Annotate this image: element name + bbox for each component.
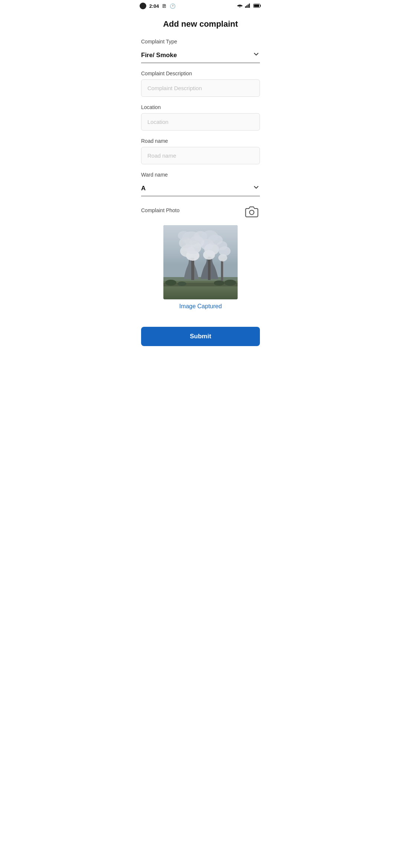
svg-point-28 [217,241,227,250]
complaint-description-label: Complaint Description [141,70,260,76]
submit-btn-container: Submit [134,323,267,354]
svg-rect-11 [208,257,211,280]
svg-point-6 [250,210,254,215]
location-input[interactable] [141,113,260,131]
alarm-icon: 🕐 [170,3,176,9]
complaint-type-dropdown[interactable]: Fire/ Smoke [141,47,260,63]
app-icon [140,3,146,9]
location-label: Location [141,104,260,110]
smoke-scene-svg [163,225,238,299]
page-title: Add new complaint [140,19,261,29]
status-right [237,3,261,9]
complaint-type-value: Fire/ Smoke [141,52,177,59]
status-bar: 2:04 🖹 🕐 [134,0,267,12]
wifi-icon [237,3,243,9]
ward-name-value: A [141,185,146,192]
status-time: 2:04 [149,3,159,9]
image-captured-text: Image Captured [179,303,222,310]
svg-point-33 [224,280,236,286]
complaint-photo-section: Complaint Photo [141,204,260,310]
ward-chevron-down-icon [252,184,260,193]
complaint-description-field: Complaint Description [141,70,260,97]
complaint-description-input[interactable] [141,79,260,97]
complaint-type-field: Complaint Type Fire/ Smoke [141,39,260,63]
svg-point-31 [177,282,186,286]
svg-rect-3 [249,3,250,8]
location-field: Location [141,104,260,131]
svg-rect-10 [191,258,194,280]
svg-rect-5 [254,4,259,7]
captured-image [163,225,238,299]
form-container: Complaint Type Fire/ Smoke Complaint Des… [134,33,267,323]
svg-rect-2 [248,4,249,8]
ward-name-dropdown[interactable]: A [141,181,260,196]
svg-rect-12 [221,260,223,281]
complaint-photo-label: Complaint Photo [141,207,180,213]
page-header: Add new complaint [134,12,267,33]
svg-rect-1 [247,5,248,8]
battery-icon [253,3,261,9]
ward-name-label: Ward name [141,172,260,178]
status-left: 2:04 🖹 🕐 [140,3,176,9]
sim-icon: 🖹 [162,3,167,9]
svg-point-19 [178,231,190,240]
ward-name-field: Ward name A [141,172,260,196]
svg-point-25 [202,230,218,242]
svg-rect-0 [245,6,246,8]
svg-point-32 [214,280,224,286]
photo-preview: Image Captured [141,225,260,310]
road-name-input[interactable] [141,147,260,164]
submit-button[interactable]: Submit [141,327,260,346]
complaint-type-label: Complaint Type [141,39,260,45]
camera-icon [245,205,258,218]
road-name-label: Road name [141,138,260,144]
signal-icon [245,3,251,9]
photo-header: Complaint Photo [141,204,260,220]
road-name-field: Road name [141,138,260,164]
chevron-down-icon [252,50,260,60]
svg-point-30 [165,280,176,286]
camera-button[interactable] [244,204,260,220]
